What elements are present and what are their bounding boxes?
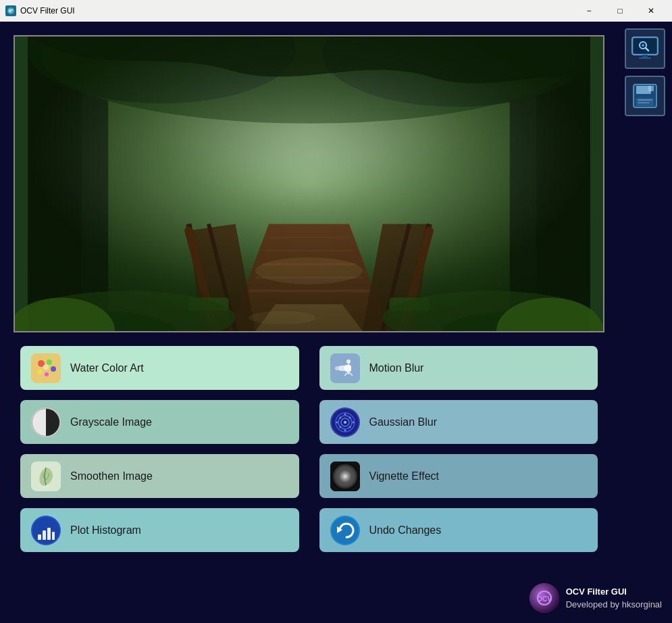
smoothen-label: Smoothen Image (70, 470, 153, 482)
app-icon (5, 5, 16, 16)
svg-point-59 (339, 416, 341, 418)
title-bar: OCV Filter GUI − □ ✕ (0, 0, 672, 22)
svg-rect-80 (639, 57, 651, 59)
svg-point-40 (47, 359, 52, 365)
svg-rect-90 (638, 102, 650, 103)
histogram-button[interactable]: Plot Histogram (20, 508, 299, 552)
undo-icon (330, 516, 360, 545)
branding-icon: OCV (529, 583, 559, 613)
svg-point-62 (348, 426, 351, 428)
undo-label: Undo Changes (369, 524, 442, 537)
motion-blur-button[interactable]: Motion Blur (319, 346, 598, 390)
grayscale-label: Grayscale Image (70, 416, 152, 428)
maximize-button[interactable]: □ (604, 0, 636, 22)
preview-button[interactable] (625, 28, 665, 69)
svg-rect-79 (642, 55, 648, 57)
water-color-icon (31, 353, 61, 383)
svg-point-63 (344, 413, 346, 415)
svg-rect-73 (52, 532, 55, 540)
smoothen-button[interactable]: Smoothen Image (20, 454, 299, 498)
save-button[interactable] (625, 76, 665, 116)
svg-rect-78 (634, 39, 656, 53)
forest-image (15, 36, 603, 331)
developer-text: Developed by hksorginal (566, 598, 662, 612)
grayscale-button[interactable]: Grayscale Image (20, 400, 299, 444)
minimize-button[interactable]: − (573, 0, 604, 22)
svg-rect-87 (648, 86, 654, 91)
svg-text:OCV: OCV (537, 595, 552, 603)
right-sidebar (618, 22, 672, 623)
branding: OCV OCV Filter GUI Developed by hksorgin… (529, 583, 662, 613)
save-icon (629, 80, 661, 111)
close-button[interactable]: ✕ (636, 0, 667, 22)
svg-point-43 (45, 372, 49, 376)
left-panel: Water Color Art (0, 22, 618, 623)
smoothen-icon (31, 462, 61, 491)
title-bar-controls: − □ ✕ (573, 0, 667, 22)
vignette-button[interactable]: Vignette Effect (319, 454, 598, 498)
svg-rect-3 (9, 11, 11, 13)
svg-point-49 (346, 359, 351, 364)
svg-point-42 (38, 369, 43, 374)
svg-rect-89 (638, 99, 652, 101)
svg-point-64 (344, 429, 346, 431)
title-bar-left: OCV Filter GUI (5, 5, 75, 16)
gaussian-blur-button[interactable]: Gaussian Blur (319, 400, 598, 444)
svg-point-68 (332, 463, 359, 490)
histogram-icon (31, 516, 61, 545)
svg-point-66 (352, 421, 354, 423)
motion-blur-label: Motion Blur (369, 362, 424, 374)
svg-rect-72 (47, 528, 51, 540)
filter-buttons-grid: Water Color Art (14, 346, 604, 552)
vignette-label: Vignette Effect (369, 470, 439, 482)
svg-point-61 (339, 426, 341, 428)
svg-point-74 (332, 517, 359, 544)
svg-point-60 (348, 416, 351, 418)
image-display (14, 35, 604, 332)
main-content: Water Color Art (0, 22, 672, 623)
grayscale-icon (31, 407, 61, 437)
undo-button[interactable]: Undo Changes (319, 508, 598, 552)
svg-point-41 (51, 366, 56, 372)
svg-rect-2 (9, 9, 13, 11)
gaussian-blur-icon (330, 407, 360, 437)
svg-point-58 (344, 421, 346, 424)
water-color-button[interactable]: Water Color Art (20, 346, 299, 390)
svg-rect-70 (38, 534, 41, 540)
svg-rect-71 (43, 530, 46, 540)
svg-point-1 (7, 7, 14, 14)
branding-text: OCV Filter GUI Developed by hksorginal (566, 585, 662, 612)
svg-point-65 (336, 421, 338, 423)
gaussian-blur-label: Gaussian Blur (369, 416, 438, 428)
vignette-icon (330, 462, 360, 491)
window-title: OCV Filter GUI (20, 6, 75, 16)
svg-point-44 (43, 364, 49, 370)
histogram-label: Plot Histogram (70, 524, 141, 537)
monitor-search-icon (629, 33, 661, 64)
svg-point-69 (32, 517, 59, 544)
motion-blur-icon (330, 353, 360, 383)
app-name: OCV Filter GUI (566, 585, 662, 599)
water-color-label: Water Color Art (70, 362, 144, 374)
